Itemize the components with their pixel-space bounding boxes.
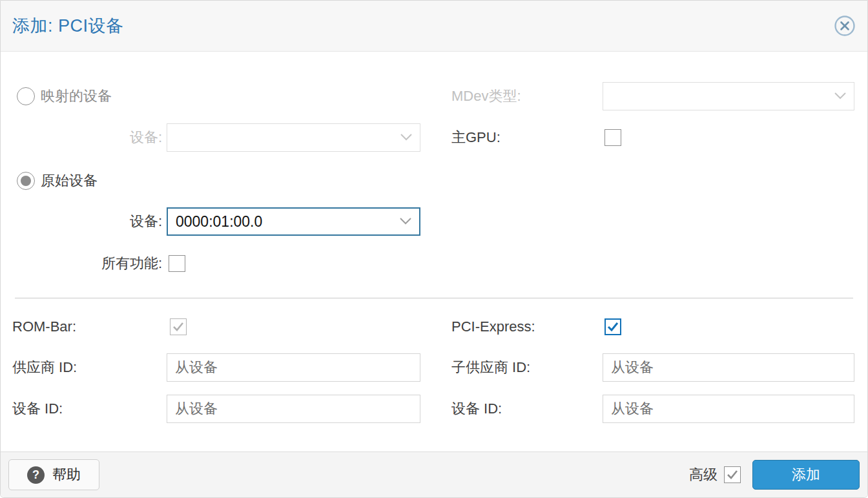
device-id-right-label: 设备 ID:	[451, 399, 603, 419]
vendor-id-label: 供应商 ID:	[12, 358, 162, 377]
raw-device-select[interactable]: 0000:01:00.0	[167, 207, 420, 236]
add-pci-device-dialog: 添加: PCI设备 映射的设备 MDev类型:	[0, 0, 868, 498]
vendor-id-input[interactable]	[167, 353, 420, 382]
row-all-functions: 所有功能:	[12, 255, 856, 272]
mdev-type-select	[603, 82, 854, 110]
sub-vendor-id-label: 子供应商 ID:	[451, 358, 603, 377]
add-button[interactable]: 添加	[752, 460, 860, 490]
row-mapped-radio-mdev: 映射的设备 MDev类型:	[12, 82, 856, 110]
row-raw-radio: 原始设备	[12, 172, 856, 190]
dialog-footer: ? 帮助 高级 添加	[1, 451, 867, 497]
rom-bar-checkbox	[170, 318, 187, 335]
raw-device-radio-label: 原始设备	[41, 171, 98, 191]
pci-express-checkbox[interactable]	[604, 318, 621, 335]
device-id-right-input[interactable]	[603, 395, 854, 423]
dialog-body: 映射的设备 MDev类型: 设备:	[1, 52, 867, 451]
row-raw-device: 设备: 0000:01:00.0	[12, 207, 856, 236]
mapped-device-radio[interactable]	[17, 87, 35, 105]
all-functions-label: 所有功能:	[12, 254, 162, 273]
chevron-down-icon	[400, 216, 411, 227]
dialog-title: 添加: PCI设备	[12, 14, 124, 37]
rom-bar-label: ROM-Bar:	[12, 318, 162, 335]
row-device-ids: 设备 ID: 设备 ID:	[12, 395, 856, 423]
mapped-device-label: 设备:	[12, 128, 162, 147]
chevron-down-icon	[834, 90, 846, 102]
advanced-label: 高级	[689, 465, 718, 484]
raw-device-label: 设备:	[12, 212, 162, 231]
raw-device-value: 0000:01:00.0	[176, 213, 262, 231]
device-id-input[interactable]	[167, 395, 420, 423]
row-rombar-pcie: ROM-Bar: PCI-Express:	[12, 318, 856, 335]
row-mapped-device-gpu: 设备: 主GPU:	[12, 123, 856, 152]
all-functions-checkbox[interactable]	[169, 255, 185, 272]
chevron-down-icon	[400, 132, 412, 143]
device-id-label: 设备 ID:	[12, 399, 162, 419]
help-icon: ?	[27, 466, 45, 484]
dialog-titlebar: 添加: PCI设备	[1, 1, 867, 52]
primary-gpu-label: 主GPU:	[451, 128, 603, 147]
raw-device-radio[interactable]	[17, 172, 35, 190]
row-vendor-ids: 供应商 ID: 子供应商 ID:	[12, 353, 856, 382]
mapped-device-select	[167, 123, 420, 152]
section-divider	[15, 298, 853, 298]
help-button[interactable]: ? 帮助	[8, 459, 99, 490]
sub-vendor-id-input[interactable]	[603, 353, 854, 382]
help-button-label: 帮助	[52, 465, 81, 484]
mdev-type-label: MDev类型:	[451, 87, 603, 106]
mapped-device-radio-label: 映射的设备	[41, 87, 112, 106]
advanced-checkbox[interactable]	[724, 466, 741, 483]
primary-gpu-checkbox[interactable]	[604, 129, 621, 146]
pci-express-label: PCI-Express:	[451, 318, 603, 335]
close-icon[interactable]	[834, 15, 856, 37]
